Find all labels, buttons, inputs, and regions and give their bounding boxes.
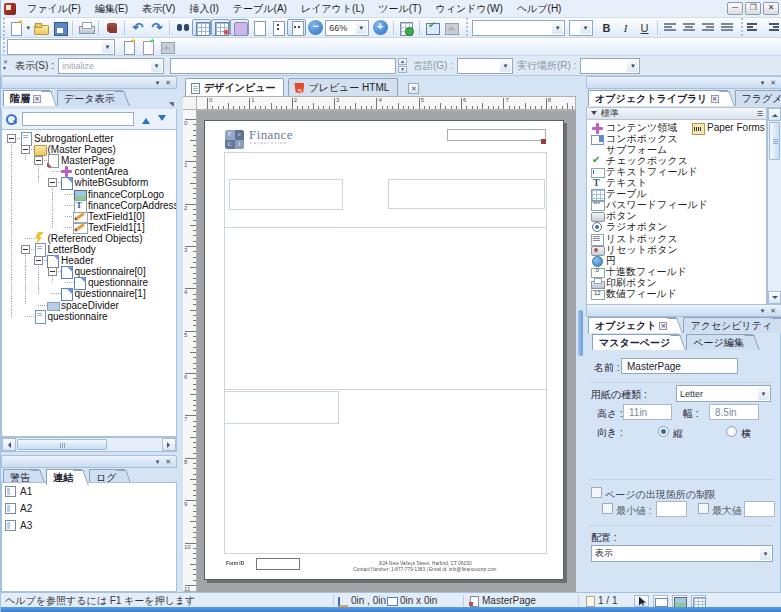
tab-ページ編集[interactable]: ページ編集 — [686, 334, 752, 350]
binding-item-A2[interactable]: A2 — [2, 500, 176, 517]
close-button[interactable]: ✕ — [763, 2, 779, 15]
design-canvas[interactable]: FcCf Finance corporation Form ID 3/24 Ne… — [197, 110, 576, 592]
menu-6[interactable]: ツール(T) — [371, 0, 428, 18]
script-expand-spinner[interactable]: ▲▼ — [398, 58, 407, 73]
panel-splitter[interactable] — [576, 76, 586, 592]
style-toolbar-grip[interactable] — [1, 38, 6, 55]
tab-フラグメントライブラリ[interactable]: フラグメントライブラリ — [735, 90, 781, 106]
align-justify-button[interactable] — [718, 19, 737, 36]
table-assistant-button[interactable] — [397, 19, 416, 36]
tab-close-icon[interactable]: ✕ — [711, 95, 719, 103]
show-combo[interactable]: initialize▼ — [58, 58, 164, 74]
panel-menu-close-icons[interactable]: ▾ ✕ — [156, 79, 173, 87]
snap-grid-toggle[interactable] — [211, 19, 230, 36]
paste-style-button[interactable] — [157, 38, 176, 55]
style-combo[interactable]: ▼ — [7, 39, 115, 55]
tree-expander-icon[interactable] — [7, 134, 16, 143]
grid-toggle[interactable] — [192, 19, 211, 36]
mid-box[interactable] — [224, 391, 339, 424]
tree-hscrollbar[interactable] — [1, 437, 177, 452]
name-field[interactable]: MasterPage — [621, 358, 738, 374]
height-field[interactable]: 11in — [623, 404, 672, 420]
search-up-icon[interactable] — [142, 114, 150, 124]
zoom-combo-arrow[interactable]: ▼ — [356, 22, 367, 34]
tab-オブジェクトライブラリ[interactable]: オブジェクトライブラリ✕ — [588, 90, 728, 106]
align-obj-right-button[interactable] — [763, 19, 781, 36]
add-style-button[interactable] — [138, 38, 157, 55]
find-button[interactable] — [173, 19, 192, 36]
menu-4[interactable]: テーブル(A) — [226, 0, 294, 18]
tab-連結[interactable]: 連結 — [46, 469, 82, 485]
script-menu-icon[interactable]: ▾ — [3, 66, 8, 71]
tab-オブジェクト[interactable]: オブジェクト✕ — [588, 317, 676, 333]
splitter-handle[interactable] — [578, 310, 583, 356]
portrait-radio[interactable] — [658, 426, 669, 437]
tab-close-icon[interactable]: ✕ — [408, 83, 419, 94]
zoom-out-button[interactable]: − — [306, 19, 325, 36]
bold-button[interactable]: B — [597, 19, 616, 36]
search-down-icon[interactable] — [158, 115, 166, 125]
search-input[interactable] — [22, 112, 134, 126]
tree-expander-icon[interactable] — [21, 245, 30, 254]
top-right-field[interactable] — [447, 129, 546, 141]
table-tool-button[interactable] — [691, 595, 706, 607]
paper-type-combo[interactable]: Letter▼ — [676, 385, 771, 402]
library-scrollbar[interactable] — [767, 107, 781, 305]
insert-image-button[interactable] — [442, 19, 461, 36]
placement-combo[interactable]: 表示▼ — [591, 545, 773, 562]
image-tool-button[interactable] — [672, 595, 687, 607]
open-button[interactable] — [31, 19, 50, 36]
library-scroll-thumb[interactable] — [769, 122, 780, 160]
field-tool-button[interactable] — [653, 595, 668, 607]
header-box-left[interactable] — [229, 179, 343, 210]
header-box-right[interactable] — [388, 179, 545, 209]
undo-button[interactable]: ↶ — [128, 19, 147, 36]
form-page[interactable]: FcCf Finance corporation Form ID 3/24 Ne… — [204, 120, 564, 580]
library-item-Paper Forms Barc[interactable]: Paper Forms Barc — [690, 122, 767, 133]
view-vsplit-button[interactable] — [268, 19, 287, 36]
section-collapse-icon[interactable] — [591, 111, 597, 118]
library-item-数値フィールド[interactable]: 数値フィールド — [589, 289, 677, 300]
script-input[interactable] — [170, 58, 396, 74]
menu-1[interactable]: 編集(E) — [88, 0, 135, 18]
library-item-リセットボタン[interactable]: リセットボタン — [589, 244, 678, 255]
runat-combo[interactable]: ▼ — [580, 58, 640, 74]
restore-button[interactable]: ❐ — [745, 2, 761, 15]
scroll-left-icon[interactable] — [2, 438, 16, 451]
library-section-header[interactable]: 標準 ☰ — [586, 107, 767, 120]
print-button[interactable] — [76, 19, 95, 36]
form-id-field[interactable] — [256, 558, 300, 570]
object-panel-icons[interactable]: ▾ ✕ — [761, 307, 778, 315]
min-checkbox[interactable] — [602, 503, 613, 514]
hierarchy-panel-header[interactable]: ▾ ✕ — [1, 76, 177, 89]
zoom-combo[interactable]: 66%▼ — [325, 20, 368, 36]
occurrence-checkbox[interactable] — [591, 487, 602, 498]
view-single-button[interactable] — [249, 19, 268, 36]
section-menu-icon[interactable]: ☰ — [757, 110, 763, 118]
scroll-right-icon[interactable] — [162, 438, 176, 451]
tab-アクセシビリティ[interactable]: アクセシビリティ — [683, 317, 781, 333]
tree-expander-icon[interactable] — [48, 178, 57, 187]
max-checkbox[interactable] — [698, 503, 709, 514]
new-button[interactable] — [6, 19, 25, 36]
tree-expander-icon[interactable] — [34, 156, 43, 165]
menu-0[interactable]: ファイル(F) — [20, 0, 88, 18]
menu-7[interactable]: ウィンドウ(W) — [429, 0, 510, 18]
tab-close-icon[interactable]: ✕ — [33, 95, 41, 103]
underline-button[interactable]: U — [635, 19, 654, 36]
library-panel-icons[interactable]: ▾ ✕ — [761, 79, 778, 87]
align-left-button[interactable] — [661, 19, 680, 36]
tab-close-icon[interactable]: ✕ — [659, 322, 667, 330]
min-field[interactable] — [656, 501, 687, 517]
align-obj-left-button[interactable] — [744, 19, 763, 36]
menu-5[interactable]: レイアウト(L) — [294, 0, 371, 18]
new-style-button[interactable] — [119, 38, 138, 55]
italic-button[interactable]: I — [616, 19, 635, 36]
object-panel-header[interactable]: ▾ ✕ — [586, 304, 781, 317]
menu-2[interactable]: 表示(V) — [135, 0, 182, 18]
binding-item-A3[interactable]: A3 — [2, 517, 176, 534]
tab-階層[interactable]: 階層✕ — [3, 90, 50, 106]
view-hsplit-button[interactable] — [287, 19, 306, 36]
boundaries-toggle[interactable] — [230, 19, 249, 36]
stamp-button[interactable] — [102, 19, 121, 36]
